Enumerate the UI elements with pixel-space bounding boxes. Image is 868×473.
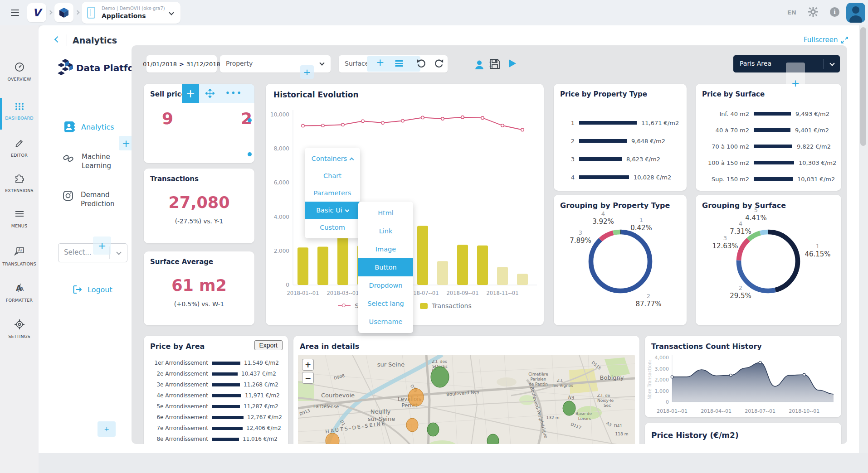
sidebar-item-overview[interactable]: OVERVIEW — [0, 62, 39, 82]
fullscreen-button[interactable]: Fullscreen — [804, 36, 848, 44]
export-button[interactable]: Export — [254, 340, 283, 350]
scrollbar-thumb[interactable] — [860, 27, 866, 146]
app-selector[interactable]: Demo | DemOVH (oks-gra7) Applications — [82, 2, 180, 24]
back-button[interactable] — [54, 36, 61, 43]
hbar-row: 5e Arrondissement11,287 €/m2 — [148, 403, 282, 410]
svg-text:Nbre Transaction:: Nbre Transaction: — [647, 360, 652, 400]
submenu-item-html[interactable]: Html — [358, 204, 413, 222]
link-icon — [63, 152, 74, 164]
menu-item-basic-ui[interactable]: Basic Ui — [305, 202, 360, 219]
prediction-icon — [63, 190, 73, 201]
zoom-in-button[interactable]: + — [302, 359, 314, 371]
settings-gear-icon[interactable] — [808, 7, 818, 19]
map-data-circle[interactable] — [563, 401, 575, 415]
redo-icon[interactable] — [434, 58, 444, 71]
main-sidebar: OVERVIEW DASHBOARD EDITOR EXTENSIONS MEN… — [0, 25, 39, 473]
transactions-card: Transactions 27,080 (-27.5%) vs. Y-1 — [144, 169, 254, 243]
add-icon[interactable]: + — [376, 57, 384, 68]
move-icon[interactable] — [205, 89, 215, 100]
list-icon[interactable] — [395, 60, 403, 68]
subnav-label: MachineLearning — [82, 152, 111, 171]
map-label: sur-Seine — [377, 361, 405, 368]
puzzle-icon — [14, 172, 25, 184]
svg-text:0: 0 — [286, 282, 289, 288]
grouping-by-property-type-card: Grouping by Property Type 43.92% 10.42% … — [554, 195, 687, 325]
run-button[interactable] — [509, 59, 516, 68]
add-button-faded[interactable]: + — [98, 421, 116, 437]
map-data-circle[interactable] — [408, 388, 424, 406]
svg-text:2018-10--01: 2018-10--01 — [789, 408, 819, 414]
submenu-item-dropdown[interactable]: Dropdown — [358, 276, 413, 294]
undo-icon[interactable] — [416, 58, 426, 71]
menu-item-chart[interactable]: Chart — [305, 167, 360, 184]
submenu-item-button[interactable]: Button — [358, 258, 413, 276]
hamburger-menu-icon[interactable] — [11, 10, 19, 16]
platform-logo[interactable]: V — [27, 3, 46, 22]
sidebar-item-extensions[interactable]: EXTENSIONS — [0, 172, 39, 193]
resize-handle[interactable] — [248, 118, 252, 122]
subnav-item-analytics[interactable]: Analytics — [63, 121, 114, 133]
map-label: Z.I. des — [432, 359, 447, 364]
map-data-circle[interactable] — [427, 423, 439, 436]
menu-item-parameters[interactable]: Parameters — [305, 184, 360, 202]
date-end: 31/12/2018 — [186, 61, 220, 68]
add-region-button[interactable]: + — [786, 63, 805, 89]
sidebar-item-settings[interactable]: SETTINGS — [0, 319, 39, 339]
hbar-row: 100 à 150 m210,303 €/m2 — [702, 159, 836, 166]
square-marker-icon — [420, 303, 428, 309]
legend-transactions[interactable]: Transactions — [420, 302, 471, 309]
grid-icon — [14, 101, 25, 111]
gauge-icon — [14, 62, 25, 72]
add-parameter-button[interactable]: + — [300, 65, 314, 79]
save-icon[interactable] — [489, 58, 501, 72]
scrollbar[interactable] — [859, 25, 868, 453]
svg-text:8,000: 8,000 — [274, 145, 289, 152]
map-data-circle[interactable] — [406, 418, 418, 432]
map-label: Z.I. de — [597, 393, 610, 398]
hbar-row: 4e Arrondissement11,971 €/m2 — [148, 392, 282, 399]
donut-label: 10.42% — [624, 217, 658, 232]
user-avatar[interactable] — [846, 3, 865, 23]
submenu-item-link[interactable]: Link — [358, 222, 413, 240]
resize-handle[interactable] — [248, 152, 252, 156]
price-history-card: Price History (€/m2) — [645, 423, 841, 444]
info-icon[interactable]: i — [830, 7, 839, 17]
chart-title: Grouping by Property Type — [560, 201, 670, 210]
map[interactable]: sur-SeineZ.I. desDocksD908A1CimetièrePar… — [298, 355, 635, 444]
sidebar-item-dashboard[interactable]: DASHBOARD — [0, 101, 39, 121]
app-icon — [87, 7, 95, 19]
ellipsis-menu-icon[interactable]: ••• — [225, 89, 243, 97]
pencil-icon — [14, 138, 25, 149]
subnav-item-demand-prediction[interactable]: DemandPrediction — [63, 190, 115, 209]
hbar-row: 29,648 €/m2 — [565, 137, 679, 145]
menu-item-custom[interactable]: Custom — [305, 219, 360, 236]
submenu-item-image[interactable]: Image — [358, 240, 413, 258]
sidebar-item-menus[interactable]: MENUS — [0, 208, 39, 228]
property-dropdown[interactable]: Property — [220, 55, 331, 72]
breadcrumb-chevron-icon — [48, 10, 53, 15]
add-widget-button[interactable]: + — [182, 84, 199, 103]
project-cube-icon[interactable] — [54, 3, 73, 22]
kpi-value-fragment: 9 — [162, 109, 173, 128]
sidebar-item-formatter[interactable]: AA FORMATTER — [0, 282, 39, 303]
sidebar-item-translations[interactable]: A/ TRANSLATIONS — [0, 246, 39, 266]
date-start: 01/01/2018 — [143, 61, 177, 68]
logout-button[interactable]: Logout — [73, 285, 112, 294]
submenu-item-username[interactable]: Username — [358, 313, 413, 331]
sidebar-item-editor[interactable]: EDITOR — [0, 138, 39, 158]
svg-text:2018-03--01: 2018-03--01 — [327, 290, 359, 296]
subnav-item-machine-learning[interactable]: MachineLearning — [63, 152, 111, 171]
zoom-out-button[interactable]: − — [302, 372, 314, 384]
map-label: La Défense — [313, 404, 339, 409]
surface-input[interactable]: Surface + — [339, 55, 448, 72]
language-selector[interactable]: EN — [787, 9, 796, 16]
chart-title: Price by Area — [150, 342, 205, 351]
menu-item-containers[interactable]: Containers — [305, 150, 360, 167]
kpi-delta: (+0.5%) vs. W-1 — [144, 300, 254, 308]
map-data-circle[interactable] — [431, 367, 449, 387]
page-title: Analytics — [73, 35, 117, 45]
translate-icon: A/ — [14, 246, 25, 257]
date-range-input[interactable]: 01/01/2018 > 31/12/2018 — [146, 55, 217, 72]
submenu-item-select-lang[interactable]: Select lang — [358, 294, 413, 313]
add-select-button[interactable]: + — [93, 236, 111, 255]
